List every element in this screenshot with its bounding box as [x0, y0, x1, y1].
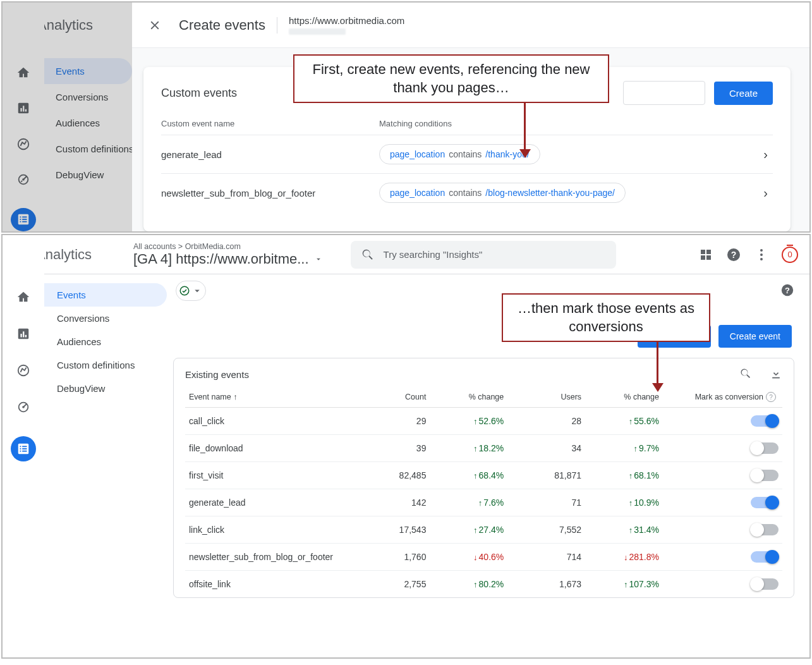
home-icon[interactable] [16, 66, 31, 80]
count-cell: 2,755 [365, 571, 430, 598]
side-nav: Events Conversions Audiences Custom defi… [44, 274, 167, 657]
card-title: Existing events [185, 369, 249, 380]
advertising-icon[interactable] [16, 173, 31, 186]
conversion-toggle[interactable] [751, 442, 779, 454]
svg-point-6 [22, 178, 25, 181]
card-title: Custom events [161, 87, 237, 100]
change-cell: ↑10.9% [585, 489, 663, 516]
change-cell: ↑52.6% [430, 408, 507, 435]
svg-rect-3 [25, 109, 27, 112]
nav-debugview[interactable]: DebugView [44, 377, 167, 400]
search-input[interactable]: Try searching "Insights" [351, 241, 616, 269]
brand-label: Analytics [36, 247, 92, 263]
modal-title: Create events [179, 17, 277, 34]
close-button[interactable] [143, 14, 166, 37]
event-row[interactable]: link_click17,543↑27.4%7,552↑31.4% [185, 516, 782, 544]
help-icon[interactable]: ? [766, 392, 776, 402]
property-selector[interactable]: [GA 4] https://www.orbitme... [133, 251, 323, 267]
nav-custom-definitions[interactable]: Custom definitions [44, 136, 132, 162]
event-name: file_download [185, 435, 365, 462]
svg-point-22 [760, 253, 763, 256]
svg-rect-18 [706, 255, 711, 260]
custom-event-row[interactable]: generate_lead page_location contains /th… [161, 135, 773, 173]
configure-icon[interactable] [11, 208, 36, 231]
download-icon[interactable] [770, 367, 782, 382]
timer-badge[interactable]: 0 [782, 247, 798, 263]
configure-icon[interactable] [11, 436, 36, 461]
help-icon[interactable]: ? [780, 283, 794, 299]
svg-point-38 [180, 286, 189, 295]
svg-rect-10 [22, 217, 27, 218]
nav-audiences[interactable]: Audiences [44, 330, 167, 353]
count-cell: 142 [365, 489, 430, 516]
change-cell: ↑55.6% [585, 408, 663, 435]
event-row[interactable]: file_download39↑18.2%34↑9.7% [185, 435, 782, 462]
event-name: first_visit [185, 462, 365, 489]
advertising-icon[interactable] [16, 400, 31, 415]
svg-point-23 [760, 258, 763, 260]
explore-icon[interactable] [16, 137, 31, 150]
users-cell: 714 [507, 544, 585, 571]
nav-custom-definitions[interactable]: Custom definitions [44, 353, 167, 377]
nav-conversions[interactable]: Conversions [44, 307, 167, 330]
property-title: https://www.orbitmedia.com [289, 15, 404, 26]
apps-icon[interactable] [698, 247, 713, 262]
change-cell: ↑68.1% [585, 462, 663, 489]
col-change2[interactable]: % change [585, 387, 663, 408]
conversion-toggle[interactable] [751, 524, 779, 535]
event-row[interactable]: newsletter_sub_from_blog_or_footer1,760↓… [185, 544, 782, 571]
search-icon[interactable] [739, 367, 752, 382]
event-row[interactable]: offsite_link2,755↑80.2%1,673↑107.3% [185, 571, 782, 598]
svg-rect-27 [25, 335, 27, 338]
event-name: link_click [185, 516, 365, 544]
change-cell: ↑27.4% [430, 516, 507, 544]
users-cell: 81,871 [507, 462, 585, 489]
change-cell: ↓40.6% [430, 544, 507, 571]
col-event-name[interactable]: Event name ↑ [185, 387, 365, 408]
filter-box[interactable] [623, 81, 705, 105]
change-cell: ↓281.8% [585, 544, 663, 571]
count-cell: 1,760 [365, 544, 430, 571]
reports-icon[interactable] [16, 101, 31, 115]
home-icon[interactable] [16, 290, 31, 305]
breadcrumbs[interactable]: All accounts > OrbitMedia.com [133, 242, 323, 251]
svg-rect-9 [20, 217, 21, 218]
col-count[interactable]: Count [365, 387, 430, 408]
nav-conversions[interactable]: Conversions [44, 84, 132, 110]
nav-events[interactable]: Events [44, 283, 167, 307]
conversion-toggle[interactable] [751, 470, 779, 481]
help-icon[interactable]: ? [726, 247, 741, 262]
event-row[interactable]: first_visit82,485↑68.4%81,871↑68.1% [185, 462, 782, 489]
change-cell: ↑9.7% [585, 435, 663, 462]
col-header-conditions: Matching conditions [379, 119, 452, 128]
change-cell: ↑107.3% [585, 571, 663, 598]
reports-icon[interactable] [16, 326, 31, 341]
col-change1[interactable]: % change [430, 387, 507, 408]
create-event-button[interactable]: Create event [718, 325, 792, 348]
change-cell: ↑80.2% [430, 571, 507, 598]
event-name: newsletter_sub_from_blog_or_footer [185, 544, 365, 571]
nav-audiences[interactable]: Audiences [44, 110, 132, 136]
conversion-toggle[interactable] [751, 415, 779, 427]
svg-rect-11 [20, 219, 21, 221]
svg-rect-34 [20, 448, 21, 449]
event-row[interactable]: call_click29↑52.6%28↑55.6% [185, 408, 782, 435]
nav-events[interactable]: Events [44, 58, 132, 84]
svg-rect-14 [22, 221, 27, 223]
svg-point-28 [18, 365, 29, 376]
event-name: generate_lead [161, 149, 379, 160]
event-row[interactable]: generate_lead142↑7.6%71↑10.9% [185, 489, 782, 516]
nav-debugview[interactable]: DebugView [44, 162, 132, 188]
conversion-toggle[interactable] [751, 578, 779, 590]
event-name: call_click [185, 408, 365, 435]
conversion-toggle[interactable] [751, 497, 779, 508]
conversion-toggle[interactable] [751, 551, 779, 563]
explore-icon[interactable] [16, 363, 31, 378]
custom-event-row[interactable]: newsletter_sub_from_blog_or_footer page_… [161, 173, 773, 212]
create-button[interactable]: Create [714, 82, 773, 105]
event-name: generate_lead [185, 489, 365, 516]
status-filter[interactable] [176, 281, 206, 301]
more-icon[interactable] [754, 247, 769, 262]
col-users[interactable]: Users [507, 387, 585, 408]
annotation-callout-top: First, create new events, referencing th… [293, 54, 609, 103]
